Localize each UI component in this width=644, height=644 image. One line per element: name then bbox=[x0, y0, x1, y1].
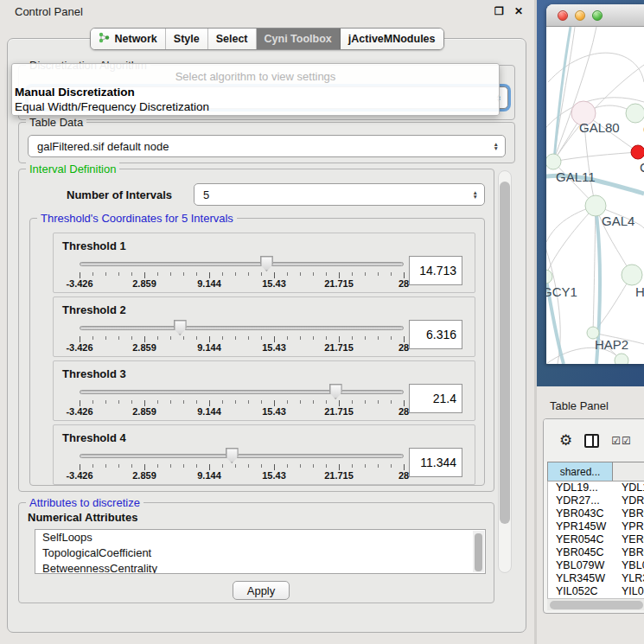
threshold-3-value-field[interactable]: 21.4 bbox=[409, 384, 462, 413]
network-graph: GAL80GGAL11CGAL4GCY1HHAP2 bbox=[546, 27, 644, 364]
attribute-item-topologicalcoefficient[interactable]: TopologicalCoefficient bbox=[35, 545, 485, 561]
float-window-icon[interactable]: ❐ bbox=[494, 5, 504, 17]
panel-title: Control Panel bbox=[15, 5, 83, 18]
table-row[interactable]: YER054C YER0 bbox=[548, 533, 644, 546]
cell-name: YLR3 bbox=[614, 572, 644, 585]
tick-label: 28 bbox=[399, 342, 409, 353]
table-rows: YDL19... YDL1 YDR27... YDR2 YBR043C YBR0… bbox=[547, 481, 644, 598]
network-canvas[interactable]: GAL80GGAL11CGAL4GCY1HHAP2 bbox=[546, 27, 644, 364]
table-row[interactable]: YBL079W YBL0 bbox=[548, 559, 644, 572]
thresholds-group: Threshold's Coordinates for 5 Intervals … bbox=[29, 218, 485, 486]
network-node[interactable] bbox=[546, 154, 561, 169]
tab-style[interactable]: Style bbox=[166, 29, 208, 49]
table-row[interactable]: YIL052C YIL0 bbox=[548, 585, 644, 598]
tick-label: 15.43 bbox=[262, 278, 286, 289]
network-window-titlebar[interactable] bbox=[546, 4, 644, 27]
gear-icon[interactable]: ⚙ bbox=[559, 433, 572, 448]
combo-stepper-icon: ▲▼ bbox=[494, 142, 499, 150]
network-icon bbox=[99, 32, 110, 46]
threshold-1-label: Threshold 1 bbox=[62, 239, 126, 252]
tab-label: jActiveMNodules bbox=[348, 33, 436, 45]
network-node[interactable] bbox=[615, 354, 628, 364]
slider-scale-labels: -3.4262.8599.14415.4321.71528 bbox=[80, 406, 404, 417]
threshold-1-box: Threshold 1 -3.4262.8599.14415.4321.7152… bbox=[53, 233, 475, 293]
minimize-traffic-light-icon[interactable] bbox=[575, 10, 585, 21]
network-view-frame: GAL80GGAL11CGAL4GCY1HHAP2 bbox=[537, 0, 644, 386]
list-scrollbar[interactable] bbox=[473, 531, 484, 572]
tab-label: Select bbox=[216, 33, 248, 45]
table-row[interactable]: YDL19... YDL1 bbox=[548, 481, 644, 494]
tick-label: 9.144 bbox=[197, 342, 221, 353]
node-label: C bbox=[640, 160, 644, 175]
algorithm-option-equal-width-frequency-discretization[interactable]: Equal Width/Frequency Discretization bbox=[14, 100, 209, 113]
tab-network[interactable]: Network bbox=[91, 29, 165, 49]
slider-scale-labels: -3.4262.8599.14415.4321.71528 bbox=[80, 342, 404, 353]
threshold-3-slider-track[interactable] bbox=[80, 390, 404, 394]
cell-shared-name: YDL19... bbox=[548, 481, 614, 494]
tick-label: 28 bbox=[399, 406, 409, 417]
column-header-name[interactable]: na bbox=[613, 462, 644, 481]
slider-scale-labels: -3.4262.8599.14415.4321.71528 bbox=[80, 470, 404, 481]
tick-label: 21.715 bbox=[324, 406, 354, 417]
table-hscrollbar-thumb[interactable] bbox=[550, 601, 643, 609]
apply-button[interactable]: Apply bbox=[233, 581, 290, 600]
column-header-shared[interactable]: shared... bbox=[547, 462, 613, 481]
network-node[interactable] bbox=[622, 265, 642, 285]
node-label: GAL4 bbox=[602, 214, 634, 228]
tick-label: 15.43 bbox=[262, 406, 286, 417]
number-of-intervals-combobox[interactable]: 5 ▲▼ bbox=[194, 183, 485, 206]
tab-jactivemnodules[interactable]: jActiveMNodules bbox=[341, 29, 443, 49]
select-all-checkboxes-icon[interactable]: ☑☑ bbox=[611, 435, 632, 447]
tick-label: 2.859 bbox=[132, 470, 156, 481]
algorithm-option-manual-discretization[interactable]: Manual Discretization bbox=[14, 86, 135, 99]
numerical-attributes-heading: Numerical Attributes bbox=[28, 511, 137, 524]
threshold-3-slider-thumb[interactable] bbox=[329, 384, 342, 399]
network-edge[interactable] bbox=[593, 206, 596, 333]
panel-scrollbar-thumb[interactable] bbox=[500, 182, 510, 524]
zoom-traffic-light-icon[interactable] bbox=[592, 10, 603, 21]
table-row[interactable]: YLR345W YLR3 bbox=[548, 572, 644, 585]
interval-definition-group: Interval Definition Number of Intervals … bbox=[18, 169, 494, 492]
threshold-3-box: Threshold 3 -3.4262.8599.14415.4321.7152… bbox=[53, 360, 475, 421]
threshold-1-slider-thumb[interactable] bbox=[260, 256, 273, 271]
threshold-4-value-field[interactable]: 11.344 bbox=[409, 448, 462, 477]
tick-label: -3.426 bbox=[66, 278, 92, 289]
tab-select[interactable]: Select bbox=[208, 29, 257, 49]
table-row[interactable]: YBR045C YBR0 bbox=[548, 546, 644, 559]
table-data-combobox[interactable]: galFiltered.sif default node ▲▼ bbox=[28, 135, 506, 157]
algorithm-popup-hint: Select algorithm to view settings bbox=[12, 70, 499, 83]
threshold-4-slider-track[interactable] bbox=[80, 454, 404, 458]
table-row[interactable]: YPR145W YPR1 bbox=[548, 520, 644, 533]
algorithm-dropdown-popup: Select algorithm to view settings Manual… bbox=[11, 63, 500, 116]
tick-label: 9.144 bbox=[197, 470, 221, 481]
threshold-2-value-field[interactable]: 6.316 bbox=[409, 320, 462, 349]
table-row[interactable]: YBR043C YBR0 bbox=[548, 507, 644, 520]
list-scrollbar-thumb[interactable] bbox=[475, 533, 482, 571]
close-window-icon[interactable]: ✕ bbox=[514, 5, 523, 17]
attributes-group-title: Attributes to discretize bbox=[26, 496, 143, 509]
table-row[interactable]: YDR27... YDR2 bbox=[548, 494, 644, 507]
threshold-2-slider-track[interactable] bbox=[80, 326, 404, 330]
network-node[interactable] bbox=[631, 145, 644, 159]
cell-shared-name: YPR145W bbox=[548, 520, 614, 533]
threshold-4-slider-thumb[interactable] bbox=[226, 448, 239, 463]
tab-cyni-toolbox[interactable]: Cyni Toolbox bbox=[257, 29, 341, 49]
network-node[interactable] bbox=[546, 270, 552, 284]
network-node[interactable] bbox=[626, 104, 644, 123]
columns-icon[interactable] bbox=[584, 434, 599, 448]
cell-name: YPR1 bbox=[614, 520, 644, 533]
threshold-2-box: Threshold 2 -3.4262.8599.14415.4321.7152… bbox=[53, 296, 475, 357]
cell-name: YDL1 bbox=[614, 481, 644, 494]
threshold-4-box: Threshold 4 -3.4262.8599.14415.4321.7152… bbox=[53, 424, 475, 485]
table-hscrollbar[interactable] bbox=[547, 598, 644, 610]
close-traffic-light-icon[interactable] bbox=[558, 10, 568, 21]
numerical-attributes-list[interactable]: SelfLoopsTopologicalCoefficientBetweenne… bbox=[35, 529, 486, 574]
panel-scrollbar[interactable] bbox=[498, 170, 512, 573]
attribute-item-selfloops[interactable]: SelfLoops bbox=[35, 530, 485, 545]
network-edge[interactable] bbox=[553, 152, 638, 162]
attribute-item-betweennesscentrality[interactable]: BetweennessCentrality bbox=[35, 561, 485, 574]
threshold-1-value-field[interactable]: 14.713 bbox=[409, 256, 462, 285]
table-data-group-title: Table Data bbox=[26, 116, 86, 129]
threshold-2-slider-thumb[interactable] bbox=[174, 320, 187, 335]
threshold-1-slider-track[interactable] bbox=[80, 262, 404, 266]
